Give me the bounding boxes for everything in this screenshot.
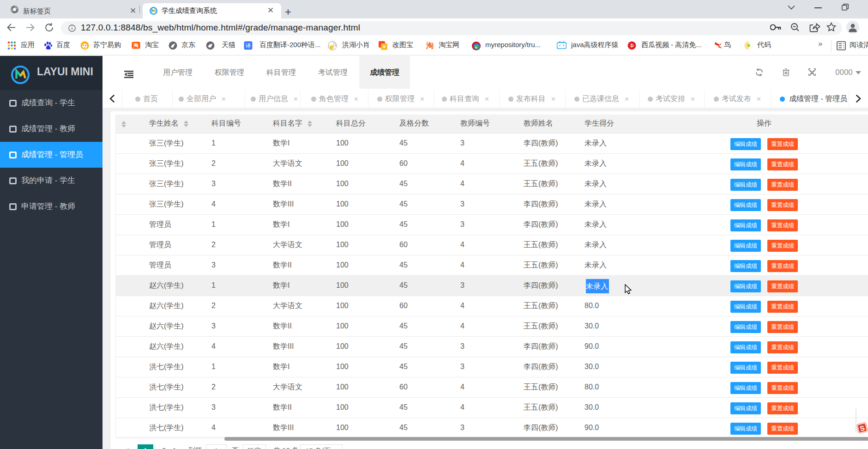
svg-text:淘: 淘 [133,42,139,48]
svg-text:淘: 淘 [426,42,434,49]
svg-text:译: 译 [246,42,251,49]
